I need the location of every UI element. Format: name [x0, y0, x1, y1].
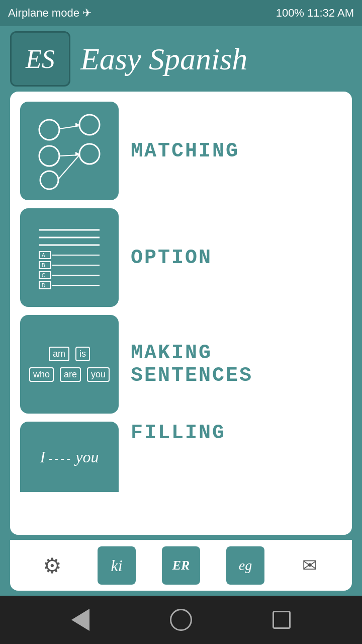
matching-icon: [20, 102, 119, 200]
eg-button[interactable]: eg: [226, 546, 264, 585]
sentences-label: MAKING SENTENCES: [131, 342, 342, 387]
filling-activity[interactable]: I ---- you FILLING: [20, 422, 342, 492]
svg-point-3: [79, 115, 100, 135]
fill-word-you: you: [75, 448, 99, 466]
app-title: Easy Spanish: [80, 41, 247, 77]
option-icon: A B C D: [20, 208, 119, 307]
back-icon: [71, 609, 89, 631]
mail-button[interactable]: ✉: [291, 546, 329, 585]
gear-icon: ⚙: [43, 553, 62, 578]
svg-point-0: [39, 120, 59, 140]
status-right: 100% 11:32 AM: [276, 7, 354, 20]
fill-dashes: ----: [48, 451, 72, 465]
bottom-toolbar: ⚙ ki ER eg ✉: [10, 540, 352, 591]
status-bar: Airplane mode ✈ 100% 11:32 AM: [0, 0, 362, 26]
matching-label: MATCHING: [131, 140, 239, 163]
airplane-mode-text: Airplane mode ✈: [8, 7, 92, 20]
word-who: who: [29, 367, 54, 382]
fill-word-I: I: [40, 448, 46, 466]
matching-activity[interactable]: MATCHING: [20, 102, 342, 200]
back-button[interactable]: [65, 605, 96, 635]
settings-button[interactable]: ⚙: [33, 546, 71, 585]
svg-point-4: [79, 144, 100, 164]
ki-label: ki: [111, 556, 122, 575]
er-label: ER: [172, 558, 190, 573]
header: ES Easy Spanish: [0, 26, 362, 92]
recents-icon: [273, 611, 291, 629]
home-button[interactable]: [166, 605, 196, 635]
battery-percentage: 100% 11:32 AM: [276, 7, 354, 20]
svg-text:B: B: [42, 263, 45, 268]
filling-icon: I ---- you: [20, 422, 119, 492]
logo-text: ES: [26, 44, 55, 74]
filling-label: FILLING: [131, 422, 226, 444]
svg-point-2: [40, 171, 58, 189]
svg-text:A: A: [42, 253, 45, 258]
home-icon: [170, 609, 192, 631]
main-content: MATCHING A B C D: [10, 92, 352, 535]
svg-text:D: D: [42, 283, 45, 288]
eg-label: eg: [239, 557, 252, 574]
svg-line-7: [58, 155, 79, 179]
word-are: are: [60, 367, 81, 382]
sentences-icon: am is who are you: [20, 315, 119, 414]
status-left: Airplane mode ✈: [8, 7, 92, 20]
word-is: is: [75, 347, 90, 361]
sentences-activity[interactable]: am is who are you MAKING SENTENCES: [20, 315, 342, 414]
er-button[interactable]: ER: [162, 546, 200, 585]
recents-button[interactable]: [266, 605, 297, 635]
word-you: you: [87, 367, 110, 382]
mail-icon: ✉: [302, 555, 317, 576]
word-am: am: [49, 347, 69, 361]
svg-point-1: [39, 146, 59, 166]
svg-text:C: C: [42, 273, 45, 278]
logo-box: ES: [10, 31, 70, 87]
ki-button[interactable]: ki: [98, 546, 136, 585]
navigation-bar: [0, 596, 362, 644]
option-activity[interactable]: A B C D OPTION: [20, 208, 342, 307]
option-label: OPTION: [131, 247, 212, 269]
